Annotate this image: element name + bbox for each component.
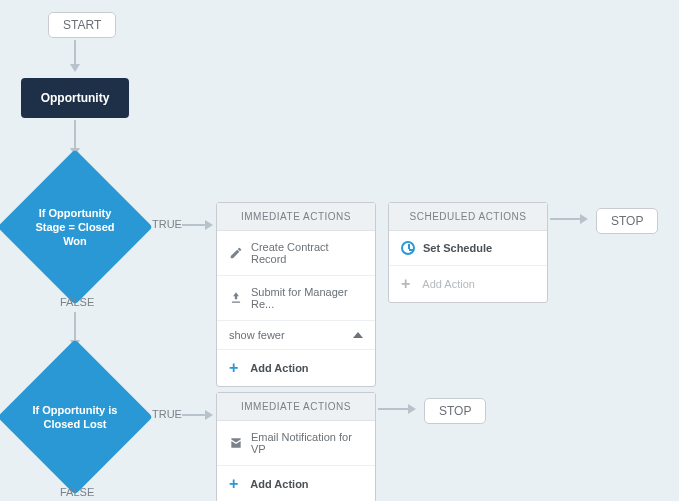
true-label-2: TRUE <box>152 408 182 420</box>
submit-icon <box>229 291 243 305</box>
action-item[interactable]: Email Notification for VP <box>217 421 375 466</box>
action-item[interactable]: Create Contract Record <box>217 231 375 276</box>
connector <box>378 408 408 410</box>
plus-icon: + <box>229 476 238 492</box>
clock-icon <box>401 241 415 255</box>
stop-label: STOP <box>611 214 643 228</box>
plus-icon: + <box>229 360 238 376</box>
set-schedule-button[interactable]: Set Schedule <box>389 231 547 266</box>
action-label: Submit for Manager Re... <box>251 286 363 310</box>
connector <box>182 224 206 226</box>
add-action-label: Add Action <box>422 278 475 290</box>
add-action-button[interactable]: + Add Action <box>217 466 375 501</box>
action-item[interactable]: Submit for Manager Re... <box>217 276 375 321</box>
connector <box>74 312 76 340</box>
add-action-label: Add Action <box>250 362 308 374</box>
action-label: Email Notification for VP <box>251 431 363 455</box>
scheduled-actions-card: SCHEDULED ACTIONS Set Schedule + Add Act… <box>388 202 548 303</box>
action-label: Create Contract Record <box>251 241 363 265</box>
card-header: IMMEDIATE ACTIONS <box>217 393 375 421</box>
object-node[interactable]: Opportunity <box>21 78 129 118</box>
card-header: SCHEDULED ACTIONS <box>389 203 547 231</box>
start-node[interactable]: START <box>48 12 116 38</box>
add-action-label: Add Action <box>250 478 308 490</box>
plus-icon: + <box>401 276 410 292</box>
connector <box>182 414 206 416</box>
decision-node-2[interactable]: If Opportunity is Closed Lost <box>0 339 153 495</box>
arrow-down-icon <box>70 64 80 72</box>
false-label-2: FALSE <box>60 486 94 498</box>
immediate-actions-card-1: IMMEDIATE ACTIONS Create Contract Record… <box>216 202 376 387</box>
show-fewer-toggle[interactable]: show fewer <box>217 321 375 350</box>
triangle-up-icon <box>353 332 363 338</box>
decision-2-label: If Opportunity is Closed Lost <box>30 403 120 432</box>
stop-label: STOP <box>439 404 471 418</box>
card-header: IMMEDIATE ACTIONS <box>217 203 375 231</box>
show-fewer-label: show fewer <box>229 329 285 341</box>
set-schedule-label: Set Schedule <box>423 242 492 254</box>
add-action-disabled: + Add Action <box>389 266 547 302</box>
arrow-right-icon <box>205 220 213 230</box>
mail-icon <box>229 436 243 450</box>
arrow-right-icon <box>580 214 588 224</box>
false-label-1: FALSE <box>60 296 94 308</box>
decision-1-label: If Opportunity Stage = Closed Won <box>30 206 120 249</box>
connector <box>74 120 76 148</box>
decision-node-1[interactable]: If Opportunity Stage = Closed Won <box>0 149 153 305</box>
pencil-icon <box>229 246 243 260</box>
connector <box>74 40 76 64</box>
start-label: START <box>63 18 101 32</box>
true-label-1: TRUE <box>152 218 182 230</box>
add-action-button[interactable]: + Add Action <box>217 350 375 386</box>
stop-node-2[interactable]: STOP <box>424 398 486 424</box>
immediate-actions-card-2: IMMEDIATE ACTIONS Email Notification for… <box>216 392 376 501</box>
stop-node-1[interactable]: STOP <box>596 208 658 234</box>
arrow-right-icon <box>205 410 213 420</box>
connector <box>550 218 580 220</box>
object-label: Opportunity <box>41 91 110 105</box>
arrow-right-icon <box>408 404 416 414</box>
